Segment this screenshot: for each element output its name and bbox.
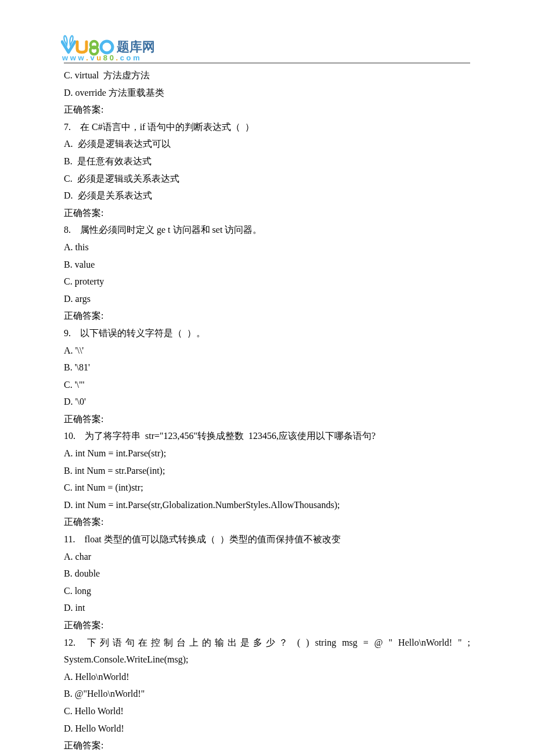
content-line: 正确答案:	[64, 737, 470, 754]
content-line: 8. 属性必须同时定义 ge t 访问器和 set 访问器。	[64, 221, 470, 239]
document-content: C. virtual 方法虚方法D. override 方法重载基类正确答案:7…	[64, 67, 470, 756]
content-line: 正确答案:	[64, 101, 470, 118]
content-line: C. Hello World!	[64, 703, 470, 720]
logo-url: w w w . v u 8 0 . c o m	[62, 53, 140, 62]
logo-text-cn: 题库网	[116, 39, 155, 54]
content-line: B. @"Hello\nWorld!"	[64, 685, 470, 703]
content-line: 正确答案:	[64, 411, 470, 428]
content-line: 11. float 类型的值可以隐式转换成（ ）类型的值而保持值不被改变	[64, 531, 470, 548]
svg-point-2	[101, 41, 113, 53]
content-line: D. Hello World!	[64, 720, 470, 737]
content-line: D. args	[64, 290, 470, 308]
header-separator	[64, 63, 470, 63]
content-line: D. override 方法重载基类	[64, 84, 470, 102]
content-line: C. proterty	[64, 273, 470, 290]
content-line: System.Console.WriteLine(msg);	[64, 651, 470, 668]
content-line: C. '\"'	[64, 376, 470, 394]
content-line: 正确答案:	[64, 307, 470, 325]
content-line: 10. 为了将字符串 str="123,456"转换成整数 123456,应该使…	[64, 427, 470, 445]
logo-svg: 题库网 w w w . v u 8 0 . c o m	[61, 35, 163, 62]
content-line: A. 必须是逻辑表达式可以	[64, 135, 470, 153]
content-line: C. 必须是逻辑或关系表达式	[64, 170, 470, 188]
content-line: A. char	[64, 548, 470, 566]
content-line: 正确答案:	[64, 204, 470, 222]
content-line: C. long	[64, 582, 470, 600]
content-line: 12. 下列语句在控制台上的输出是多少？ ( ) string msg = @ …	[64, 634, 470, 651]
content-line: 7. 在 C#语言中，if 语句中的判断表达式（ ）	[64, 118, 470, 136]
content-line: B. '\81'	[64, 359, 470, 376]
content-line: B. double	[64, 565, 470, 582]
content-line: 正确答案:	[64, 513, 470, 531]
content-line: A. int Num = int.Parse(str);	[64, 445, 470, 462]
content-line: A. Hello\nWorld!	[64, 668, 470, 686]
content-line: C. virtual 方法虚方法	[64, 67, 470, 84]
content-line: D. '\0'	[64, 393, 470, 411]
site-logo: 题库网 w w w . v u 8 0 . c o m	[61, 35, 470, 62]
content-line: 正确答案:	[64, 617, 470, 634]
content-line: D. int	[64, 599, 470, 617]
content-line: C. int Num = (int)str;	[64, 479, 470, 496]
content-line: B. value	[64, 256, 470, 273]
content-line: A. '\\'	[64, 342, 470, 359]
content-line: D. 必须是关系表达式	[64, 187, 470, 204]
content-line: A. this	[64, 239, 470, 256]
content-line: B. int Num = str.Parse(int);	[64, 462, 470, 480]
content-line: D. int Num = int.Parse(str,Globalization…	[64, 496, 470, 514]
content-line: B. 是任意有效表达式	[64, 153, 470, 170]
content-line: 9. 以下错误的转义字符是（ ）。	[64, 325, 470, 342]
